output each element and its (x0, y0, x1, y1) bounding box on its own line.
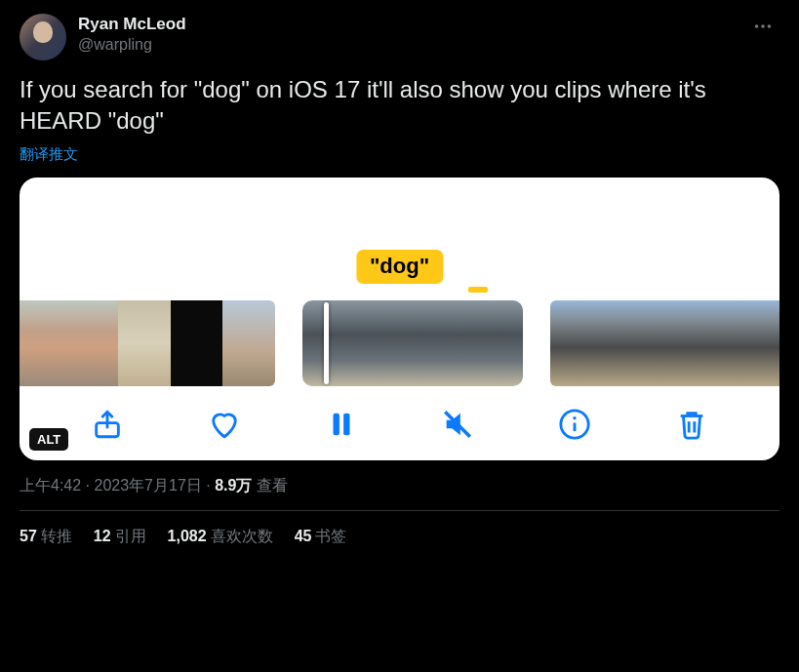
info-button[interactable] (558, 408, 591, 441)
clip-frame (376, 300, 449, 386)
heart-icon (208, 408, 241, 441)
tweet-header: Ryan McLeod @warpling (20, 14, 779, 60)
clip-frame (768, 300, 779, 386)
clip-frame (450, 300, 523, 386)
handle[interactable]: @warpling (78, 35, 186, 56)
svg-point-0 (755, 24, 759, 28)
clip-frame (118, 300, 171, 386)
name-block: Ryan McLeod @warpling (78, 14, 186, 56)
alt-badge[interactable]: ALT (29, 428, 68, 451)
pause-button[interactable] (325, 408, 358, 441)
clip-frame (594, 300, 638, 386)
playhead[interactable] (324, 302, 329, 384)
tweet-container: Ryan McLeod @warpling If you search for … (0, 0, 799, 547)
svg-point-2 (768, 24, 772, 28)
svg-rect-4 (333, 413, 339, 435)
quotes-stat[interactable]: 12引用 (94, 527, 146, 547)
more-button[interactable] (746, 14, 779, 45)
clip-strip[interactable] (20, 300, 275, 386)
clip-strip[interactable] (550, 300, 779, 386)
translate-link[interactable]: 翻译推文 (20, 145, 78, 164)
trash-icon (675, 408, 708, 441)
display-name[interactable]: Ryan McLeod (78, 14, 186, 35)
likes-stat[interactable]: 1,082喜欢次数 (168, 527, 273, 547)
clip-frame (20, 300, 66, 386)
media-toolbar (20, 386, 779, 447)
view-label: 查看 (252, 477, 287, 494)
svg-point-1 (761, 24, 765, 28)
delete-button[interactable] (675, 408, 708, 441)
clip-strip-row (20, 271, 779, 386)
clip-frame (171, 300, 223, 386)
tweet-text: If you search for "dog" on iOS 17 it'll … (20, 74, 779, 138)
stats-row: 57转推 12引用 1,082喜欢次数 45书签 (20, 511, 779, 547)
media-card[interactable]: "dog" (20, 178, 779, 460)
clip-frame (222, 300, 275, 386)
clip-frame (637, 300, 681, 386)
clip-frame (302, 300, 376, 386)
clip-frame (66, 300, 119, 386)
retweets-stat[interactable]: 57转推 (20, 527, 72, 547)
tweet-time[interactable]: 上午4:42 (20, 477, 81, 494)
svg-rect-5 (343, 413, 349, 435)
bookmarks-stat[interactable]: 45书签 (295, 527, 347, 547)
clip-frame (550, 300, 594, 386)
clip-strip-active[interactable] (302, 300, 523, 386)
avatar[interactable] (20, 14, 66, 60)
more-icon (752, 16, 774, 37)
tweet-date[interactable]: 2023年7月17日 (94, 477, 201, 494)
search-term-marker (468, 287, 488, 293)
pause-icon (325, 408, 358, 441)
tweet-meta: 上午4:42 · 2023年7月17日 · 8.9万 查看 (20, 476, 779, 496)
clip-frame (681, 300, 725, 386)
mute-button[interactable] (441, 408, 474, 441)
view-count[interactable]: 8.9万 (215, 477, 252, 494)
info-icon (558, 408, 591, 441)
share-button[interactable] (91, 408, 124, 441)
like-button[interactable] (208, 408, 241, 441)
search-term-badge: "dog" (356, 250, 443, 284)
volume-muted-icon (441, 408, 474, 441)
clip-frame (725, 300, 769, 386)
share-icon (91, 408, 124, 441)
svg-point-9 (574, 416, 577, 419)
